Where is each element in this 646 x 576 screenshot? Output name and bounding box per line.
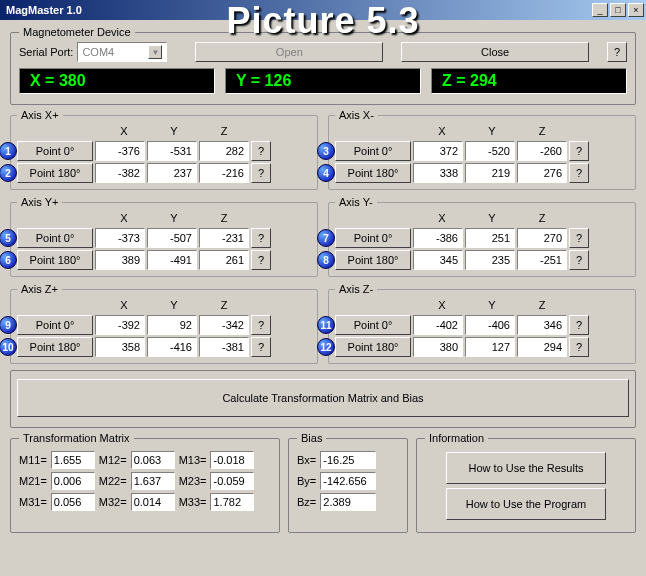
value-field[interactable]: 345	[413, 250, 463, 270]
by-field[interactable]: -142.656	[320, 472, 376, 490]
point180-button[interactable]: Point 180°	[335, 337, 411, 357]
help-button[interactable]: ?	[569, 228, 589, 248]
m22-field[interactable]: 1.637	[131, 472, 175, 490]
reading-z: Z = 294	[431, 68, 627, 94]
close-button[interactable]: Close	[401, 42, 589, 62]
help-button[interactable]: ?	[569, 337, 589, 357]
serial-port-value: COM4	[82, 46, 114, 58]
badge-8: 8	[317, 251, 335, 269]
value-field[interactable]: 127	[465, 337, 515, 357]
value-field[interactable]: 270	[517, 228, 567, 248]
badge-12: 12	[317, 338, 335, 356]
help-button[interactable]: ?	[251, 250, 271, 270]
value-field[interactable]: 276	[517, 163, 567, 183]
col-z: Z	[199, 125, 249, 137]
value-field[interactable]: -531	[147, 141, 197, 161]
value-field[interactable]: -520	[465, 141, 515, 161]
help-button[interactable]: ?	[569, 250, 589, 270]
value-field[interactable]: -507	[147, 228, 197, 248]
col-z: Z	[517, 125, 567, 137]
badge-5: 5	[0, 229, 17, 247]
value-field[interactable]: 358	[95, 337, 145, 357]
value-field[interactable]: -381	[199, 337, 249, 357]
value-field[interactable]: 261	[199, 250, 249, 270]
value-field[interactable]: -416	[147, 337, 197, 357]
how-to-use-program-button[interactable]: How to Use the Program	[446, 488, 606, 520]
by-label: By=	[297, 475, 316, 487]
m31-field[interactable]: 0.056	[51, 493, 95, 511]
m12-field[interactable]: 0.063	[131, 451, 175, 469]
value-field[interactable]: -406	[465, 315, 515, 335]
badge-10: 10	[0, 338, 17, 356]
m23-field[interactable]: -0.059	[210, 472, 254, 490]
value-field[interactable]: 237	[147, 163, 197, 183]
value-field[interactable]: -251	[517, 250, 567, 270]
m11-field[interactable]: 1.655	[51, 451, 95, 469]
help-button[interactable]: ?	[251, 163, 271, 183]
open-button[interactable]: Open	[195, 42, 383, 62]
help-button[interactable]: ?	[251, 337, 271, 357]
value-field[interactable]: -491	[147, 250, 197, 270]
value-field[interactable]: -260	[517, 141, 567, 161]
help-button[interactable]: ?	[569, 315, 589, 335]
serial-port-select[interactable]: COM4 ▼	[77, 42, 167, 62]
value-field[interactable]: -231	[199, 228, 249, 248]
point180-button[interactable]: Point 180°	[335, 250, 411, 270]
value-field[interactable]: -373	[95, 228, 145, 248]
col-y: Y	[149, 212, 199, 224]
col-x: X	[417, 125, 467, 137]
axis-z-minus: Axis Z- XYZ 11Point 0°-402-406346? 12Poi…	[328, 283, 636, 364]
value-field[interactable]: 219	[465, 163, 515, 183]
value-field[interactable]: 346	[517, 315, 567, 335]
value-field[interactable]: -342	[199, 315, 249, 335]
point0-button[interactable]: Point 0°	[17, 141, 93, 161]
point0-button[interactable]: Point 0°	[335, 315, 411, 335]
info-legend: Information	[425, 432, 488, 444]
point180-button[interactable]: Point 180°	[17, 250, 93, 270]
help-button[interactable]: ?	[251, 315, 271, 335]
m32-field[interactable]: 0.014	[131, 493, 175, 511]
maximize-icon[interactable]: □	[610, 3, 626, 17]
value-field[interactable]: -402	[413, 315, 463, 335]
value-field[interactable]: 389	[95, 250, 145, 270]
m21-field[interactable]: 0.006	[51, 472, 95, 490]
value-field[interactable]: 380	[413, 337, 463, 357]
point0-button[interactable]: Point 0°	[17, 228, 93, 248]
m13-field[interactable]: -0.018	[210, 451, 254, 469]
point0-button[interactable]: Point 0°	[17, 315, 93, 335]
axis-x-minus: Axis X- XYZ 3Point 0°372-520-260? 4Point…	[328, 109, 636, 190]
value-field[interactable]: 338	[413, 163, 463, 183]
value-field[interactable]: 294	[517, 337, 567, 357]
value-field[interactable]: 251	[465, 228, 515, 248]
bx-field[interactable]: -16.25	[320, 451, 376, 469]
minimize-icon[interactable]: _	[592, 3, 608, 17]
value-field[interactable]: -386	[413, 228, 463, 248]
close-icon[interactable]: ×	[628, 3, 644, 17]
device-help-button[interactable]: ?	[607, 42, 627, 62]
m33-field[interactable]: 1.782	[210, 493, 254, 511]
help-button[interactable]: ?	[251, 141, 271, 161]
point180-button[interactable]: Point 180°	[17, 163, 93, 183]
help-button[interactable]: ?	[569, 163, 589, 183]
point0-button[interactable]: Point 0°	[335, 141, 411, 161]
help-button[interactable]: ?	[569, 141, 589, 161]
col-z: Z	[199, 212, 249, 224]
value-field[interactable]: 92	[147, 315, 197, 335]
point180-button[interactable]: Point 180°	[17, 337, 93, 357]
value-field[interactable]: 235	[465, 250, 515, 270]
value-field[interactable]: -382	[95, 163, 145, 183]
point0-button[interactable]: Point 0°	[335, 228, 411, 248]
how-to-use-results-button[interactable]: How to Use the Results	[446, 452, 606, 484]
point180-button[interactable]: Point 180°	[335, 163, 411, 183]
value-field[interactable]: -392	[95, 315, 145, 335]
calculate-button[interactable]: Calculate Transformation Matrix and Bias	[17, 379, 629, 417]
value-field[interactable]: 282	[199, 141, 249, 161]
chevron-down-icon: ▼	[148, 45, 162, 59]
value-field[interactable]: -216	[199, 163, 249, 183]
col-x: X	[99, 125, 149, 137]
value-field[interactable]: 372	[413, 141, 463, 161]
help-button[interactable]: ?	[251, 228, 271, 248]
bz-field[interactable]: 2.389	[320, 493, 376, 511]
col-z: Z	[517, 299, 567, 311]
value-field[interactable]: -376	[95, 141, 145, 161]
